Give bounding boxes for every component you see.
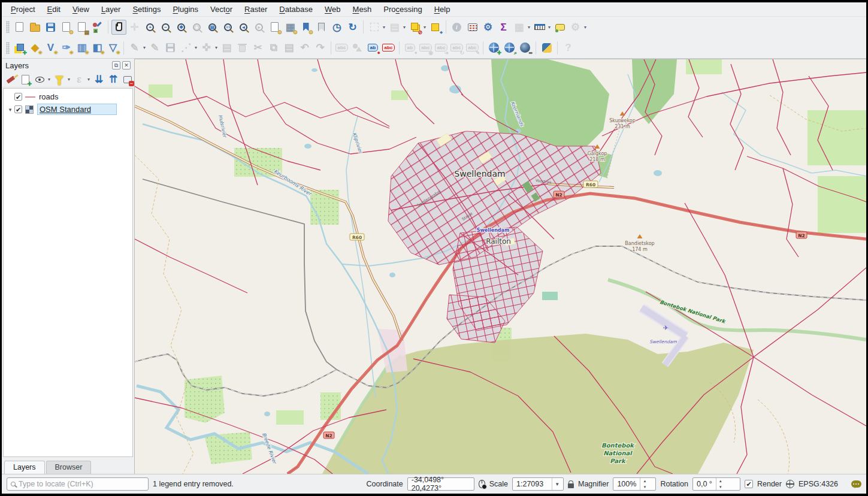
python-console-icon[interactable] [539,40,554,55]
zoom-native-icon[interactable]: 1:1 [220,20,235,35]
coordinate-field[interactable]: -34,0498° 20,4273° [407,477,474,491]
filter-legend-icon[interactable] [53,73,66,86]
menu-view[interactable]: View [67,4,95,15]
field-calculator-icon[interactable] [465,20,480,35]
layer-name[interactable]: OSM Standard [37,104,117,115]
menu-project[interactable]: Project [5,4,41,15]
layer-styling-panel-icon[interactable] [4,73,17,86]
new-print-layout-icon[interactable]: ⚙ [59,20,74,35]
show-spatial-bookmarks-icon[interactable] [314,20,329,35]
menu-mesh[interactable]: Mesh [347,4,377,15]
layer-labeling-options-icon[interactable]: ab● [365,40,380,55]
layer-visibility-checkbox[interactable]: ✔ [14,93,22,101]
save-layer-edits-icon [163,40,178,55]
delete-selected-icon [235,40,250,55]
crs-globe-icon[interactable] [786,480,794,488]
lock-icon[interactable] [568,483,574,488]
new-shapefile-layer-icon[interactable]: V✳ [43,40,58,55]
map-tips-icon[interactable] [552,20,567,35]
zoom-in-icon[interactable]: + [143,20,158,35]
new-virtual-layer-icon[interactable]: ▽✳ [105,40,120,55]
map-label: Bontebok [601,442,634,449]
zoom-out-icon[interactable]: − [158,20,173,35]
new-spatial-bookmark-icon[interactable]: ⚙ [298,20,313,35]
close-panel-button[interactable]: ✕ [122,61,131,69]
menu-settings[interactable]: Settings [127,4,166,15]
metasearch-add-service-icon[interactable]: ✚ [486,40,501,55]
tab-browser[interactable]: Browser [46,461,92,474]
expand-all-icon[interactable]: ⇊ [92,73,105,86]
new-project-icon[interactable] [12,20,27,35]
new-temporary-scratch-layer-icon[interactable]: ▥✳ [74,40,89,55]
toolbar-grip[interactable] [6,42,10,54]
menu-help[interactable]: Help [429,4,456,15]
menu-raster[interactable]: Raster [239,4,273,15]
style-manager-icon[interactable] [90,20,105,35]
spinner-arrows[interactable]: ▲▼ [640,478,649,490]
collapse-all-icon[interactable]: ⇈ [107,73,120,86]
panel-tabs: LayersBrowser [2,458,134,474]
layer-row-osm-standard[interactable]: ▾✔OSM Standard [4,103,132,116]
magnifier-spinbox[interactable]: 100% ▲▼ [613,477,656,491]
layer-name[interactable]: roads [39,92,59,101]
svg-text:R60: R60 [586,182,595,187]
open-project-icon[interactable] [28,20,43,35]
layer-row-roads[interactable]: ✔roads [4,90,132,103]
spinner-arrows[interactable]: ▲▼ [716,478,725,490]
menu-processing[interactable]: Processing [378,4,427,15]
new-geopackage-layer-icon[interactable]: ◆✳ [28,40,43,55]
save-project-icon[interactable] [43,20,58,35]
layer-expander[interactable]: ▾ [6,107,14,113]
toolbar-grip[interactable] [6,21,10,33]
menu-plugins[interactable]: Plugins [167,4,204,15]
scale-combobox[interactable]: 1:27093 ▼ [512,477,564,491]
chevron-down-icon: ▾ [402,25,407,30]
menu-database[interactable]: Database [274,4,318,15]
chevron-down-icon[interactable]: ▼ [552,478,562,490]
add-group-icon[interactable]: ✚ [19,73,32,86]
menu-layer[interactable]: Layer [96,4,126,15]
chevron-down-icon[interactable]: ▾ [47,77,52,82]
menu-vector[interactable]: Vector [205,4,238,15]
deselect-features-icon[interactable]: ⊘ [407,20,422,35]
statistical-summary-icon[interactable]: Σ [496,20,511,35]
layer-diagram-options-icon[interactable]: abc [381,40,396,55]
crs-value: EPSG:4326 [799,480,838,488]
extents-toggle-icon[interactable] [479,480,485,488]
chevron-down-icon[interactable]: ▾ [547,25,552,30]
pan-map-icon[interactable] [111,20,126,35]
new-mesh-layer-icon[interactable]: ◧✳ [90,40,105,55]
select-by-location-icon[interactable]: ⌖ [428,20,443,35]
zoom-full-icon[interactable]: ❖ [174,20,189,35]
measure-icon[interactable] [532,20,547,35]
locate-input[interactable] [19,480,144,488]
metasearch-icon[interactable]: ⌕ [502,40,517,55]
processing-toolbox-icon[interactable]: ⚙ [480,20,495,35]
chevron-down-icon[interactable]: ▾ [66,77,71,82]
menu-web[interactable]: Web [319,4,346,15]
search-osm-icon[interactable]: ∞ [518,40,533,55]
menu-edit[interactable]: Edit [42,4,66,15]
zoom-to-layer-icon[interactable]: ▤ [205,20,220,35]
map-canvas[interactable]: N2N2N2R60R60 Skurwekop231 mGalgkop218 mB… [135,59,866,474]
tab-layers[interactable]: Layers [4,461,45,474]
float-panel-button[interactable]: ⧉ [112,61,120,69]
render-checkbox[interactable]: ✔ [745,480,753,488]
refresh-map-icon[interactable]: ↻ [345,20,360,35]
chevron-down-icon[interactable]: ▾ [422,25,427,30]
zoom-last-icon[interactable]: ◂ [236,20,251,35]
layer-visibility-checkbox[interactable]: ✔ [14,105,22,113]
svg-text:218 m: 218 m [589,157,605,162]
rotation-spinbox[interactable]: 0,0 ° ▲▼ [692,477,740,491]
toggle-editing-icon: ✎ [147,40,162,55]
manage-map-themes-icon[interactable] [33,73,46,86]
locate-box[interactable] [7,477,149,491]
data-source-manager-icon[interactable]: ✚ [12,40,27,55]
show-layout-manager-icon[interactable]: ▤ [74,20,89,35]
temporal-controller-icon[interactable]: ◷ [329,20,344,35]
messages-icon[interactable] [851,480,861,488]
new-map-view-icon[interactable]: ⚙ [267,20,282,35]
new-3d-map-view-icon[interactable]: ▦⚙ [283,20,298,35]
new-spatialite-layer-icon[interactable]: ✑✳ [59,40,74,55]
remove-layer-icon[interactable] [121,73,134,86]
